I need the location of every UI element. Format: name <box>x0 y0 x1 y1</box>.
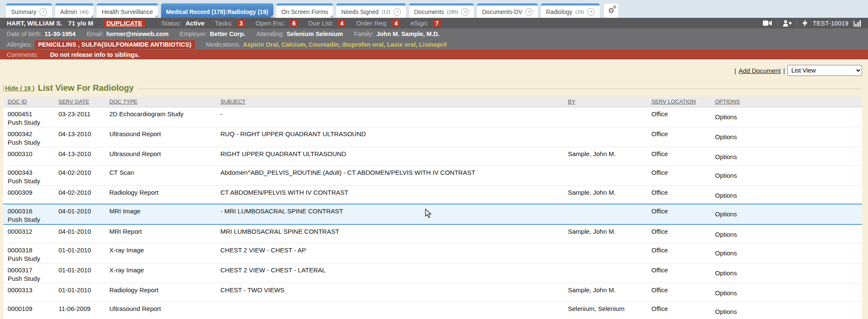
duplicate-badge[interactable]: DUPLICATE <box>103 19 145 27</box>
table-row[interactable]: 0000318Push Study 01-01-2010 X-ray Image… <box>3 243 862 263</box>
serv-date: 04-01-2010 <box>58 224 109 243</box>
table-row[interactable]: 0000317Push Study 01-01-2010 X-ray Image… <box>3 263 862 283</box>
col-header-options[interactable]: OPTIONS <box>715 97 862 107</box>
radiology-list-panel: DOC ID SERV DATE DOC TYPE SUBJECT BY SER… <box>3 97 862 319</box>
doc-type: CT Scan <box>109 165 220 185</box>
col-header-by[interactable]: BY <box>568 97 651 107</box>
external-link-icon[interactable] <box>587 8 595 16</box>
external-link-icon[interactable] <box>525 8 533 16</box>
comments-bar: Comments: Do not release info to sibling… <box>0 50 868 59</box>
table-row[interactable]: 0000342Push Study 04-13-2010 Ultrasound … <box>3 127 862 147</box>
tab-on-screen-forms[interactable]: On Screen Forms <box>276 3 333 18</box>
col-header-doc-type[interactable]: DOC TYPE <box>109 97 220 107</box>
tasks-count-badge[interactable]: 3 <box>237 20 245 27</box>
tab-medical-record-radiology[interactable]: Medical Record (178):Radiology (19) <box>161 3 273 18</box>
options-link[interactable]: Options <box>715 127 862 147</box>
by: Selenium, Selenium <box>568 302 651 319</box>
person-add-icon[interactable] <box>783 20 792 27</box>
options-link[interactable]: Options <box>715 204 862 224</box>
tab-bar: Summary Admin (43) Health Surveillance M… <box>0 0 868 18</box>
tab-label: Radiology <box>546 8 572 15</box>
tab-count: (43) <box>80 9 89 14</box>
push-study-label: Push Study <box>8 255 58 263</box>
status-value: Active <box>185 20 204 27</box>
col-header-serv-location[interactable]: SERV LOCATION <box>651 97 715 107</box>
by <box>568 263 651 283</box>
options-link[interactable]: Options <box>715 147 862 165</box>
table-row[interactable]: 0000343Push Study 04-02-2010 CT Scan Abd… <box>3 165 862 185</box>
table-row[interactable]: 0000109 11-06-2009 Ultrasound Report Sel… <box>3 302 862 319</box>
employer-label: Employer: <box>180 31 207 37</box>
table-row[interactable]: 0000312 04-01-2010 MRI Report MRI LUMBOS… <box>3 224 862 243</box>
allergy-badge[interactable]: PENICILLINS , SULFA(SULFONAMIDE ANTIBIOT… <box>35 40 195 49</box>
by <box>568 165 651 185</box>
table-row[interactable]: 0000310 04-13-2010 Ultrasound Report RIG… <box>3 147 862 165</box>
tab-documents[interactable]: Documents (285) <box>409 3 474 18</box>
options-link[interactable]: Options <box>715 224 862 243</box>
tab-documents-dv[interactable]: Documents-DV <box>477 3 538 18</box>
radiology-document-table: DOC ID SERV DATE DOC TYPE SUBJECT BY SER… <box>3 97 862 319</box>
options-link[interactable]: Options <box>715 263 862 283</box>
tab-admin[interactable]: Admin (43) <box>55 3 94 18</box>
open-enc-count-badge[interactable]: 6 <box>290 20 298 27</box>
tab-needs-signed[interactable]: Needs Signed (12) <box>336 3 406 18</box>
subject: - <box>220 107 568 127</box>
esign-count-badge[interactable]: 7 <box>433 20 441 27</box>
medications-list[interactable]: Aspirin Oral, Calcium, Coumadin, ibuprof… <box>243 41 447 48</box>
dob-label: Date of birth: <box>7 31 42 37</box>
col-header-doc-id[interactable]: DOC ID <box>3 97 58 107</box>
options-link[interactable]: Options <box>715 283 862 302</box>
subject: CT ABDOMEN/PELVIS WITH IV CONTRAST <box>220 185 568 204</box>
subject: RUQ - RIGHT UPPER QUADRANT ULTRASOUND <box>220 127 568 147</box>
video-camera-icon[interactable] <box>763 20 772 26</box>
tab-count: (19) <box>576 9 584 14</box>
col-header-serv-date[interactable]: SERV DATE <box>58 97 109 107</box>
external-link-icon[interactable] <box>461 8 469 16</box>
options-link[interactable]: Options <box>715 302 862 319</box>
email-value: horner@mieweb.com <box>106 31 169 37</box>
col-header-subject[interactable]: SUBJECT <box>220 97 568 107</box>
section-title: List View For Radiology <box>38 83 134 93</box>
tab-summary[interactable]: Summary <box>6 3 52 18</box>
doc-type: Ultrasound Report <box>109 147 220 165</box>
by <box>568 127 651 147</box>
doc-type: 2D Echocardiogram Study <box>109 107 220 127</box>
station-id: TEST-10019 <box>813 20 849 27</box>
allergies-label: Allergies: <box>7 41 32 48</box>
options-link[interactable]: Options <box>715 243 862 263</box>
serv-date: 01-01-2010 <box>58 263 109 283</box>
table-row[interactable]: 0000309 04-02-2010 Radiology Report CT A… <box>3 185 862 204</box>
by: Sample, John M. <box>568 185 651 204</box>
options-link[interactable]: Options <box>715 107 862 127</box>
tab-radiology[interactable]: Radiology (19) <box>541 3 600 18</box>
doc-id: 0000310 <box>8 150 32 157</box>
doc-id: 0000109 <box>8 305 32 312</box>
table-row[interactable]: 0000451Push Study 03-23-2011 2D Echocard… <box>3 107 862 127</box>
options-link[interactable]: Options <box>715 165 862 185</box>
subject: CHEST 2 VIEW - CHEST - LATERAL <box>220 263 568 283</box>
serv-date: 04-02-2010 <box>58 185 109 204</box>
table-row[interactable]: 0000313 01-01-2010 Radiology Report CHES… <box>3 283 862 302</box>
doc-id: 0000342 <box>8 130 32 137</box>
external-link-icon[interactable] <box>393 8 401 16</box>
by: Sample, John M. <box>568 147 651 165</box>
bar-chart-icon[interactable] <box>854 20 861 27</box>
patient-name: HART, WILLIAM S. <box>7 20 62 27</box>
add-document-link[interactable]: Add Document <box>739 67 781 74</box>
tab-label: Documents-DV <box>482 8 522 15</box>
doc-id: 0000343 <box>8 169 32 176</box>
view-mode-select[interactable]: List View <box>787 65 862 76</box>
patient-age-sex: 71 y/o M <box>68 20 93 27</box>
comments-value: Do not release info to siblings. <box>50 51 139 58</box>
lightning-icon[interactable] <box>802 20 808 27</box>
table-row-highlighted[interactable]: 0000316Push Study 04-01-2010 MRI Image -… <box>3 204 862 224</box>
external-link-icon[interactable] <box>39 8 47 16</box>
settings-gear-button[interactable] <box>604 3 618 18</box>
tab-health-surveillance[interactable]: Health Surveillance <box>97 3 158 18</box>
options-link[interactable]: Options <box>715 185 862 204</box>
order-req-count-badge[interactable]: 4 <box>392 20 401 27</box>
due-list-count-badge[interactable]: 4 <box>338 20 346 27</box>
hide-toggle-link[interactable]: Hide ( 19 ) <box>3 85 34 92</box>
push-study-label: Push Study <box>8 118 58 127</box>
due-list-label: Due List: <box>308 20 333 27</box>
